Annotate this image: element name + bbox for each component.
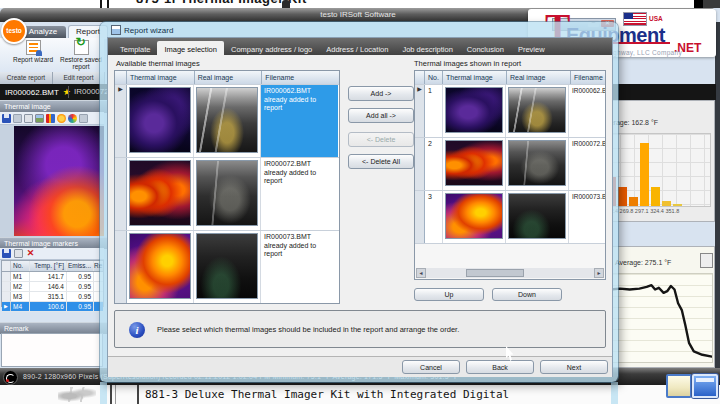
tab-template[interactable]: Template — [113, 41, 157, 57]
divider — [115, 385, 116, 404]
marker-emiss: 0.95 — [67, 292, 94, 301]
col-filename: Filename — [262, 71, 339, 84]
taskbar-window-icon[interactable] — [692, 374, 718, 398]
marker-row-m3[interactable]: M3 315.1 0.95 — [2, 292, 103, 302]
real-thumbnail — [196, 87, 258, 153]
marker-no: M4 — [11, 302, 30, 311]
col-thermal-image: Thermal image — [443, 71, 507, 84]
scroll-left-arrow[interactable]: ◄ — [416, 268, 426, 278]
up-button[interactable]: Up — [414, 288, 484, 301]
marker-row-m1[interactable]: M1 141.7 0.95 — [2, 272, 103, 282]
product-sketch — [58, 387, 96, 402]
info-icon: i — [129, 322, 145, 338]
thermal-thumbnail — [445, 87, 503, 133]
marker-row-m4-selected[interactable]: ▶ M4 100.6 0.95 — [2, 302, 103, 312]
settings-icon[interactable] — [79, 114, 88, 123]
col-temp: Temp. [°F] — [30, 261, 67, 271]
histogram-bar — [629, 197, 638, 206]
selector-header — [115, 71, 127, 84]
next-button[interactable]: Next — [540, 360, 608, 374]
real-thumbnail — [508, 193, 566, 239]
table-header-row: No. Thermal image Real image Filename — [415, 71, 605, 85]
real-thumbnail — [508, 87, 566, 133]
tab-image-selection[interactable]: Image selection — [157, 41, 224, 57]
doc-tab-ir000062[interactable]: IR000062.BMT★ — [5, 87, 71, 97]
testo-logo: testo — [1, 18, 27, 44]
histogram-bar — [640, 143, 649, 206]
cancel-button[interactable]: Cancel — [402, 360, 460, 374]
dialog-footer: Cancel Back Next — [108, 356, 612, 377]
col-no: No. — [11, 261, 30, 271]
profile-title: Average: 275.1 °F — [615, 259, 671, 266]
divider — [137, 385, 139, 404]
tab-preview[interactable]: Preview — [511, 41, 552, 57]
add-all-button[interactable]: Add all -> — [348, 108, 414, 123]
available-images-table: Thermal image Real image Filename ▶ IR00… — [114, 70, 340, 304]
available-image-row-1[interactable]: ▶ IR000062.BMT already added to report — [115, 85, 339, 158]
add-button[interactable]: Add -> — [348, 86, 414, 101]
scroll-right-arrow[interactable]: ► — [594, 268, 604, 278]
delete-marker-icon[interactable]: ✕ — [26, 249, 35, 258]
tab-address-location[interactable]: Address / Location — [319, 41, 395, 57]
filename-cell: IR000072.BMT — [569, 138, 605, 190]
report-wizard-button[interactable]: Report wizard — [10, 39, 56, 71]
delete-button[interactable]: <- Delete — [348, 132, 414, 147]
dialog-tab-strip: TemplateImage selectionCompany address /… — [108, 38, 612, 55]
delete-all-button[interactable]: <- Delete All — [348, 154, 414, 169]
palette-icon[interactable] — [57, 114, 66, 123]
dialog-icon — [111, 25, 121, 35]
marker-row-m2[interactable]: M2 146.4 0.95 — [2, 282, 103, 292]
dialog-body: TemplateImage selectionCompany address /… — [107, 37, 613, 377]
markers-toolbar: ✕ — [0, 248, 104, 260]
save-icon[interactable] — [2, 114, 11, 123]
ribbon-group-edit-report: Edit report — [53, 72, 105, 84]
report-image-row-1[interactable]: ▶ 1 IR000062.BMT — [415, 85, 605, 138]
row-number: 2 — [425, 138, 443, 190]
col-thermal-image: Thermal image — [127, 71, 195, 84]
filename-cell: IR000062.BMT already added to report — [261, 85, 338, 157]
filename-cell: IR000073.BMT — [569, 191, 605, 243]
copy-icon[interactable] — [24, 114, 33, 123]
available-images-caption: Available thermal images — [116, 59, 200, 68]
down-button[interactable]: Down — [492, 288, 562, 301]
report-image-row-3[interactable]: 3 IR000073.BMT — [415, 191, 605, 244]
marker-temp: 141.7 — [30, 272, 67, 281]
marker-no: M3 — [11, 292, 30, 301]
marker-temp: 315.1 — [30, 292, 67, 301]
col-filename: Filename — [571, 71, 605, 84]
testo-spiral-logo — [3, 370, 18, 385]
logo-usa: USA — [649, 15, 663, 22]
divider — [107, 0, 109, 8]
row-selector-icon: ▶ — [115, 85, 127, 157]
horizontal-scrollbar[interactable]: ◄ ► — [416, 268, 604, 278]
report-image-row-2[interactable]: 2 IR000072.BMT — [415, 138, 605, 191]
color-scale-icon[interactable] — [68, 114, 77, 123]
scrollbar-thumb[interactable] — [466, 269, 524, 277]
dialog-titlebar[interactable]: Report wizard — [111, 25, 173, 35]
thermal-thumbnail — [129, 160, 191, 226]
thermal-thumbnail — [129, 233, 191, 299]
tab-job-description[interactable]: Job description — [395, 41, 459, 57]
back-button[interactable]: Back — [466, 360, 534, 374]
col-no: No. — [425, 71, 443, 84]
marker-temp: 146.4 — [30, 282, 67, 291]
taskbar-folder-icon[interactable] — [666, 374, 692, 398]
row-number: 3 — [425, 191, 443, 243]
copy-icon[interactable] — [14, 249, 23, 258]
video-top-strip: 875-1i Thermal Imager Kit — [0, 0, 720, 8]
histogram-icon[interactable] — [46, 114, 55, 123]
save-icon[interactable] — [2, 249, 11, 258]
available-image-row-3[interactable]: IR000073.BMT already added to report — [115, 231, 339, 304]
thermal-image-main[interactable] — [14, 126, 104, 236]
divider — [110, 385, 112, 404]
image-icon[interactable] — [35, 114, 44, 123]
export-icon[interactable] — [13, 114, 22, 123]
profile-options-button[interactable] — [700, 253, 713, 268]
restore-report-button[interactable]: Restore saved report — [58, 39, 104, 71]
tab-company-address-logo[interactable]: Company address / logo — [224, 41, 319, 57]
available-image-row-2[interactable]: IR000072.BMT already added to report — [115, 158, 339, 231]
glass-border-right — [611, 382, 618, 404]
remark-textarea[interactable] — [1, 333, 103, 367]
tab-conclusion[interactable]: Conclusion — [460, 41, 511, 57]
real-thumbnail — [508, 140, 566, 186]
